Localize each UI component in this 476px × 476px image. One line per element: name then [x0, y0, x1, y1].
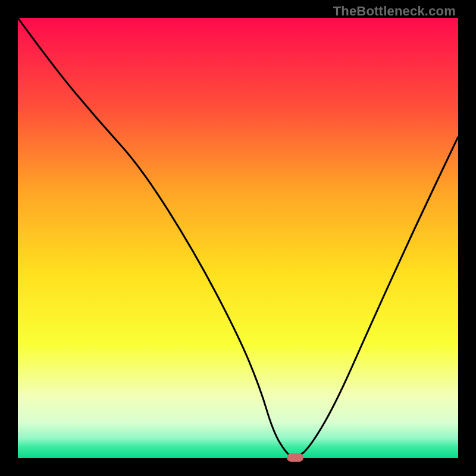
optimal-point-marker: [287, 453, 303, 462]
chart-frame: TheBottleneck.com: [0, 0, 476, 476]
watermark-text: TheBottleneck.com: [333, 4, 456, 19]
plot-area: [18, 18, 458, 458]
bottleneck-curve: [18, 18, 458, 457]
curve-layer: [18, 18, 458, 458]
